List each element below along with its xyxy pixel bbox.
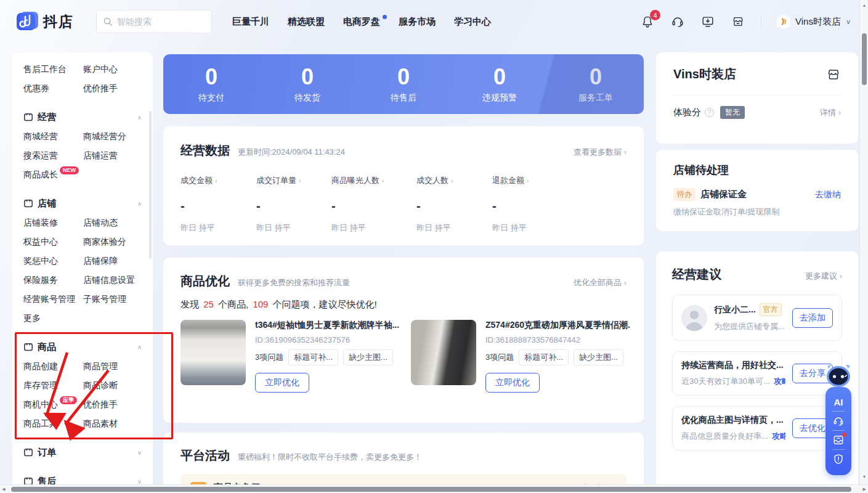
scroll-up-arrow[interactable]: ▲ [860,3,868,7]
vertical-scrollbar[interactable]: ▲ ▼ [859,0,868,493]
pay-deposit-link[interactable]: 去缴纳 [815,189,841,200]
view-more-data-link[interactable]: 查看更多数据 › [574,147,627,158]
product-image[interactable] [411,320,476,385]
header-nav-item[interactable]: 精选联盟 [278,16,334,28]
notifications-bell-icon[interactable]: 4 [640,14,655,29]
sidebar-item[interactable]: 经营账号管理 [23,290,83,309]
score-detail-link[interactable]: 详情 › [820,107,841,118]
sidebar-item[interactable]: 商品素材 [83,414,145,433]
message-inbox-icon[interactable] [825,431,851,449]
top-header: 抖店 巨量千川 精选联盟 电商罗盘 服务市场 [0,0,859,43]
search-input[interactable] [117,17,197,26]
metric-label[interactable]: 商品曝光人数› [331,175,416,186]
horizontal-scrollbar[interactable]: ◀ ▶ [0,484,868,493]
sidebar-item[interactable]: 商机中心 应季 [23,395,83,414]
sidebar-item[interactable]: 店铺信息设置 [83,271,145,290]
deposit-title: 店铺保证金 [700,189,747,200]
overview-stat[interactable]: 0 待支付 [163,65,259,104]
scroll-left-arrow[interactable]: ◀ [2,487,5,492]
product-title[interactable]: Z574#260克重磅加厚港风夏季情侣潮... [485,320,630,331]
metric-column: 商品曝光人数› - 昨日 持平 [331,175,416,234]
guide-link[interactable]: 攻略 [772,431,785,441]
optimize-now-button[interactable]: 立即优化 [255,373,309,393]
sidebar-item[interactable]: 商城经营 [23,127,83,146]
sidebar-item[interactable]: 售后工作台 [23,60,83,79]
more-suggestions-link[interactable]: 更多建议 › [805,271,842,282]
customer-service-icon[interactable] [670,14,685,29]
section-chevron-icon[interactable]: ∧ [137,200,142,207]
metric-label[interactable]: 成交金额› [180,175,256,186]
storefront-icon[interactable] [731,14,745,29]
sidebar-item[interactable]: 优价推手 [83,395,145,414]
section-chevron-icon[interactable]: ∧ [137,114,142,121]
issue-tag[interactable]: 标题可补... [288,349,338,365]
sidebar-item[interactable]: 商品管理 [83,357,145,376]
overview-stat[interactable]: 0 待发货 [259,65,355,104]
sidebar-section-header[interactable]: 经营 ∧ [23,107,145,127]
metric-label[interactable]: 成交人数› [416,175,492,186]
sidebar-item[interactable]: 库存管理 [23,376,83,395]
sidebar-section-header[interactable]: 店铺 ∧ [23,194,145,213]
sidebar-item[interactable]: 优价推手 [83,79,145,98]
sidebar-item[interactable]: 店铺运营 [83,146,145,165]
updated-time: 更新时间:2024/09/04 11:43:24 [238,147,345,158]
sidebar-item[interactable]: 搜索运营 [23,146,83,165]
overview-stat[interactable]: 0 服务工单 [548,65,644,104]
app-logo[interactable]: 抖店 [16,12,74,31]
sidebar-item[interactable]: 更多 [23,309,83,328]
client-download-icon[interactable] [700,14,715,29]
assistant-robot-icon[interactable] [824,362,853,389]
horizontal-scroll-thumb[interactable] [11,487,851,492]
sidebar-item[interactable]: 店铺动态 [83,213,145,232]
guide-link[interactable]: 攻略 [774,377,785,386]
sidebar-item[interactable]: 店铺保障 [83,251,145,271]
overview-stat[interactable]: 0 待售后 [355,65,452,104]
optimize-now-button[interactable]: 立即优化 [485,373,540,393]
header-nav-item[interactable]: 服务市场 [389,16,445,28]
sidebar-item[interactable]: 商品工具 [23,414,83,433]
ai-button[interactable]: AI [825,393,851,411]
support-headset-icon[interactable] [825,412,851,430]
sidebar-item[interactable]: 商城经营分 [83,127,145,146]
issue-tag[interactable]: 缺少主图... [574,349,623,365]
store-icon[interactable] [826,67,841,82]
sidebar-item[interactable]: 店铺装修 [23,213,83,232]
sidebar-item[interactable]: 商品成长 NEW [23,165,83,184]
issue-tag[interactable]: 缺少主图... [343,349,393,365]
sidebar-item[interactable]: 商家体验分 [83,232,145,251]
metric-label[interactable]: 成交订单量› [256,175,331,186]
scroll-right-arrow[interactable]: ▶ [863,487,866,492]
sidebar-item[interactable]: 账户中心 [83,60,145,79]
header-nav-item[interactable]: 巨量千川 [223,16,278,28]
issue-tag[interactable]: 标题可补... [519,349,569,365]
product-title[interactable]: t364#短袖t恤男士夏季新款潮牌半袖... [255,320,399,331]
sidebar-section-header[interactable]: 订单 ∨ [23,442,145,462]
account-menu[interactable]: Vins时装店 ∨ [777,15,851,28]
sidebar-item[interactable]: 保险服务 [23,271,83,290]
sidebar-item[interactable]: 优惠券 [23,79,83,98]
header-nav-item[interactable]: 电商罗盘 [334,16,389,28]
product-image[interactable] [180,320,246,385]
metric-label[interactable]: 退款金额› [492,175,578,186]
section-chevron-icon[interactable]: ∨ [137,449,142,456]
sidebar-item[interactable]: 权益中心 [23,232,83,251]
sidebar-item[interactable]: 子账号管理 [83,290,145,309]
vertical-scroll-thumb[interactable] [862,33,867,85]
global-search[interactable] [96,10,212,33]
sidebar-item[interactable]: 商品诊断 [83,376,145,395]
sidebar-section-header[interactable]: 商品 ∧ [23,337,145,357]
sidebar-item[interactable]: 奖惩中心 [23,251,83,271]
product-id: ID:3618888733576847442 [485,335,630,344]
help-icon[interactable]: ? [705,108,714,117]
overview-stat[interactable]: 0 违规预警 [452,65,548,104]
stat-label: 待售后 [355,92,452,104]
section-chevron-icon[interactable]: ∧ [137,344,142,351]
scroll-down-arrow[interactable]: ▼ [860,475,868,479]
header-nav-item[interactable]: 学习中心 [445,16,500,28]
sidebar-item[interactable]: 商品创建 [23,357,83,376]
security-shield-icon[interactable] [825,450,851,468]
optimize-all-link[interactable]: 优化全部商品 › [574,277,627,288]
section-chevron-icon[interactable]: ∨ [137,478,142,485]
sidebar-scrollbar[interactable] [149,111,152,259]
suggestion-action-button[interactable]: 去添加 [792,308,833,328]
